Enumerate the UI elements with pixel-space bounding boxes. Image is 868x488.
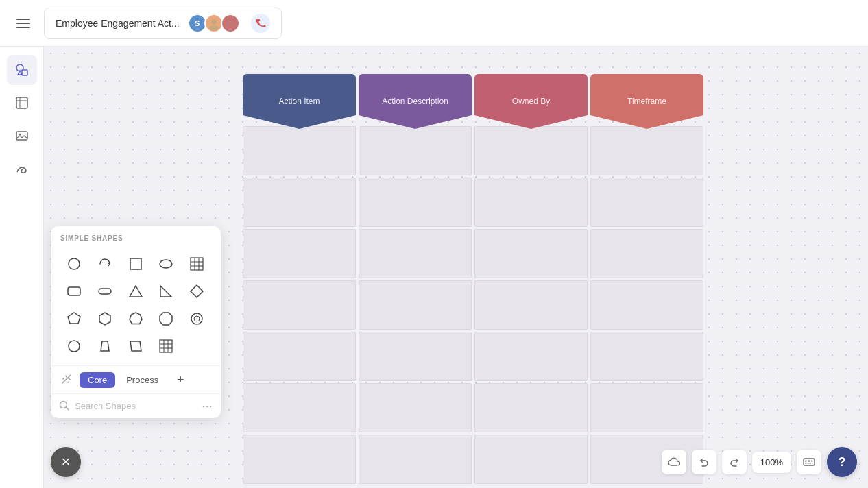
table-row — [474, 435, 588, 484]
svg-point-2 — [228, 19, 233, 25]
add-tab-button[interactable]: + — [171, 370, 190, 389]
image-icon — [14, 128, 29, 143]
cloud-save-button[interactable] — [662, 450, 686, 474]
svg-point-30 — [194, 316, 200, 321]
table-row — [243, 178, 356, 227]
table-row — [243, 435, 356, 484]
panel-tabs: Core Process + — [51, 365, 221, 393]
shape-rounded-rect[interactable] — [60, 279, 88, 304]
shape-octagon[interactable] — [152, 306, 180, 331]
document-title: Employee Engagement Act... — [56, 18, 180, 29]
table-row — [243, 229, 356, 278]
svg-point-1 — [209, 25, 219, 30]
table-row — [243, 126, 356, 175]
svg-point-11 — [19, 134, 21, 136]
search-icon — [59, 400, 69, 413]
shape-right-triangle[interactable] — [152, 279, 180, 304]
svg-rect-13 — [130, 258, 141, 269]
table-row — [590, 229, 703, 278]
shape-circle[interactable] — [60, 252, 88, 276]
table-row — [474, 229, 588, 278]
redo-button[interactable] — [722, 450, 747, 474]
column-timeframe: Timeframe — [590, 74, 703, 484]
shapes-panel: SIMPLE SHAPES — [51, 226, 221, 418]
sidebar-item-draw[interactable] — [7, 154, 37, 184]
svg-rect-15 — [191, 258, 203, 270]
shape-ellipse[interactable] — [152, 252, 180, 276]
svg-marker-22 — [130, 286, 142, 297]
svg-rect-21 — [99, 289, 111, 294]
help-button[interactable]: ? — [827, 447, 857, 477]
shape-pentagon[interactable] — [60, 306, 88, 331]
svg-point-14 — [160, 260, 172, 268]
svg-marker-33 — [130, 341, 141, 351]
svg-rect-46 — [808, 463, 812, 464]
svg-point-12 — [69, 258, 80, 269]
title-bar: Employee Engagement Act... S — [44, 8, 282, 39]
shape-square[interactable] — [122, 252, 149, 276]
table-row — [590, 280, 703, 330]
shape-hexagon[interactable] — [91, 306, 119, 331]
menu-button[interactable] — [11, 11, 36, 36]
collaborator-avatars: S — [188, 14, 240, 33]
svg-marker-27 — [130, 313, 142, 324]
shapes-icon — [14, 62, 29, 77]
shape-stadium[interactable] — [91, 279, 119, 304]
shape-circle2[interactable] — [60, 334, 88, 358]
table-row — [474, 280, 588, 330]
left-sidebar — [0, 47, 44, 488]
cloud-icon — [668, 457, 680, 467]
shape-heptagon[interactable] — [122, 306, 149, 331]
shape-grid[interactable] — [152, 334, 180, 358]
keyboard-shortcut-button[interactable] — [797, 450, 821, 474]
table-row — [359, 280, 472, 330]
shape-circle-outline[interactable] — [183, 306, 210, 331]
table-row — [590, 178, 703, 227]
shape-triangle[interactable] — [122, 279, 149, 304]
undo-icon — [699, 456, 710, 467]
call-button[interactable] — [251, 14, 270, 33]
sidebar-item-image[interactable] — [7, 121, 37, 151]
sidebar-item-shapes[interactable] — [7, 55, 37, 85]
table-row — [474, 383, 588, 432]
fab-close-button[interactable]: × — [51, 447, 81, 477]
svg-point-31 — [69, 341, 80, 352]
col-body-1 — [243, 126, 356, 484]
more-options-button[interactable]: ⋯ — [202, 400, 213, 413]
shapes-grid — [51, 252, 221, 365]
svg-marker-24 — [191, 285, 203, 297]
table-row — [359, 332, 472, 381]
shape-diamond[interactable] — [183, 279, 210, 304]
svg-rect-45 — [805, 463, 807, 464]
bottom-bar: 100% ? — [662, 447, 857, 477]
shape-parallelogram[interactable] — [122, 334, 149, 358]
table-row — [359, 435, 472, 484]
table-row — [359, 178, 472, 227]
shape-table[interactable] — [183, 252, 210, 276]
svg-rect-34 — [160, 340, 172, 352]
tab-core[interactable]: Core — [80, 372, 115, 388]
table-row — [243, 332, 356, 381]
avatar-b — [221, 14, 240, 33]
undo-button[interactable] — [692, 450, 716, 474]
col-header-1: Action Item — [243, 74, 356, 129]
svg-rect-5 — [22, 70, 27, 75]
svg-rect-20 — [68, 287, 80, 295]
shape-trapezoid[interactable] — [91, 334, 119, 358]
column-action-item: Action Item — [243, 74, 356, 484]
sidebar-item-frame[interactable] — [7, 88, 37, 118]
keyboard-icon — [803, 457, 815, 467]
search-row: ⋯ — [51, 393, 221, 418]
header: Employee Engagement Act... S — [0, 0, 868, 47]
svg-rect-47 — [812, 463, 813, 464]
tab-process[interactable]: Process — [118, 372, 167, 388]
col-body-2 — [359, 126, 472, 484]
draw-icon — [14, 161, 29, 176]
shape-arc[interactable] — [91, 252, 119, 276]
search-shapes-input[interactable] — [75, 401, 196, 411]
svg-marker-23 — [160, 286, 171, 297]
zoom-level[interactable]: 100% — [752, 452, 791, 473]
svg-rect-44 — [811, 461, 813, 462]
svg-point-3 — [226, 25, 235, 30]
frame-icon — [14, 95, 29, 110]
